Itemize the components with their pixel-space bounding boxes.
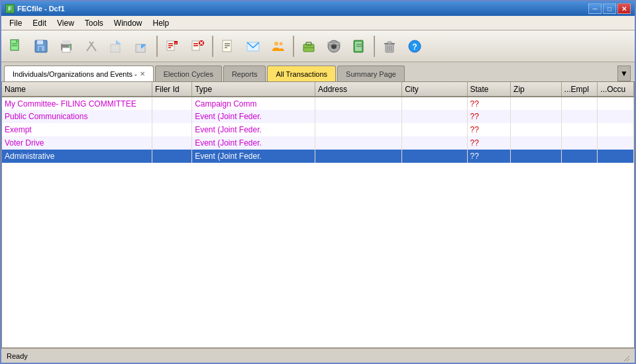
col-header-type: Type	[192, 82, 315, 97]
cell-occu	[598, 136, 634, 150]
cell-zip	[511, 136, 562, 150]
col-header-occu: ...Occu	[598, 82, 634, 97]
menu-edit[interactable]: Edit	[27, 17, 52, 29]
export-button[interactable]	[105, 34, 129, 59]
book-button[interactable]	[347, 34, 371, 59]
col-header-empl: ...Empl	[561, 82, 598, 97]
cell-filerid	[152, 110, 192, 123]
content-area: Individuals/Organizations and Events - ✕…	[1, 62, 635, 348]
tab-dropdown[interactable]: ▼	[617, 66, 632, 81]
cell-empl	[561, 97, 598, 110]
svg-rect-7	[39, 47, 42, 51]
help-button[interactable]: ?	[403, 34, 427, 59]
close-button[interactable]: ✕	[617, 3, 631, 14]
toolbar-sep-1	[156, 36, 158, 57]
menu-tools[interactable]: Tools	[80, 17, 109, 29]
import-button[interactable]	[130, 34, 154, 59]
cell-city	[402, 110, 467, 123]
tab-individuals[interactable]: Individuals/Organizations and Events - ✕	[4, 66, 154, 81]
tab-summary-label: Summary Page	[346, 70, 396, 78]
svg-line-57	[624, 356, 629, 361]
title-bar: F FECfile - Dcf1 ─ □ ✕	[1, 1, 635, 16]
cell-state: ??	[467, 123, 511, 136]
tab-election-label: Election Cycles	[164, 70, 213, 78]
cell-state: ??	[467, 136, 511, 150]
svg-rect-5	[37, 40, 43, 44]
col-header-city: City	[402, 82, 467, 97]
cell-type: Event (Joint Feder.	[192, 123, 315, 136]
new-button[interactable]	[4, 34, 28, 59]
svg-rect-10	[62, 48, 70, 52]
tab-bar: Individuals/Organizations and Events - ✕…	[1, 62, 635, 82]
tab-summary[interactable]: Summary Page	[337, 66, 405, 81]
col-header-address: Address	[315, 82, 401, 97]
cell-city	[402, 150, 467, 163]
svg-marker-15	[117, 40, 121, 44]
table-row[interactable]: ExemptEvent (Joint Feder.??	[2, 123, 634, 136]
table-row[interactable]: Voter DriveEvent (Joint Feder.??	[2, 136, 634, 150]
tab-individuals-label: Individuals/Organizations and Events -	[13, 70, 137, 78]
cell-zip	[511, 110, 562, 123]
menu-help[interactable]: Help	[148, 17, 175, 29]
cell-address	[315, 136, 401, 150]
cell-type: Event (Joint Feder.	[192, 150, 315, 163]
minimize-button[interactable]: ─	[588, 3, 602, 14]
cell-name: Public Communications	[2, 110, 152, 123]
svg-rect-40	[306, 42, 311, 45]
tab-election[interactable]: Election Cycles	[155, 66, 222, 81]
cell-city	[402, 123, 467, 136]
svg-rect-51	[388, 42, 392, 44]
cell-filerid	[152, 136, 192, 150]
svg-rect-14	[111, 44, 120, 52]
cell-zip	[511, 150, 562, 163]
table-row[interactable]: My Committee- FILING COMMITTEECampaign C…	[2, 97, 634, 110]
table-row[interactable]: AdministrativeEvent (Joint Feder.??	[2, 150, 634, 163]
cell-occu	[598, 97, 634, 110]
maximize-button[interactable]: □	[603, 3, 616, 14]
svg-point-11	[69, 45, 71, 47]
edit-doc-button[interactable]	[160, 34, 184, 59]
tab-transactions[interactable]: All Transactions	[267, 66, 336, 81]
delete-button[interactable]	[186, 34, 209, 59]
menu-bar: File Edit View Tools Window Help	[1, 16, 635, 30]
persons-button[interactable]	[266, 34, 290, 59]
tab-reports-label: Reports	[232, 70, 258, 78]
cell-occu	[598, 150, 634, 163]
cell-filerid	[152, 123, 192, 136]
data-table: Name Filer Id Type Address City State Zi…	[2, 82, 634, 163]
tab-individuals-close[interactable]: ✕	[140, 70, 145, 77]
cell-empl	[561, 150, 598, 163]
cut-button[interactable]	[80, 34, 103, 59]
cell-name: Administrative	[2, 150, 152, 163]
menu-file[interactable]: File	[4, 17, 27, 29]
col-header-name: Name	[2, 82, 152, 97]
tab-transactions-label: All Transactions	[276, 70, 327, 78]
menu-window[interactable]: Window	[109, 17, 148, 29]
report-doc-button[interactable]	[216, 34, 240, 59]
cell-occu	[598, 110, 634, 123]
tab-reports[interactable]: Reports	[223, 66, 266, 81]
resize-grip[interactable]	[619, 351, 629, 361]
cell-state: ??	[467, 110, 511, 123]
cell-name: My Committee- FILING COMMITTEE	[2, 97, 152, 110]
cell-occu	[598, 123, 634, 136]
table-row[interactable]: Public CommunicationsEvent (Joint Feder.…	[2, 110, 634, 123]
cell-empl	[561, 123, 598, 136]
save-button[interactable]	[29, 34, 53, 59]
cell-type: Event (Joint Feder.	[192, 136, 315, 150]
trash-button[interactable]	[378, 34, 401, 59]
cell-address	[315, 123, 401, 136]
col-header-zip: Zip	[511, 82, 562, 97]
mail-button[interactable]	[241, 34, 265, 59]
toolbar-sep-3	[293, 36, 294, 57]
col-header-state: State	[467, 82, 511, 97]
disk-button[interactable]	[322, 34, 346, 59]
print-button[interactable]	[54, 34, 78, 59]
briefcase-button[interactable]	[297, 34, 321, 59]
app-window: F FECfile - Dcf1 ─ □ ✕ File Edit View To…	[0, 0, 636, 364]
cell-type: Campaign Comm	[192, 97, 315, 110]
tab-content: Name Filer Id Type Address City State Zi…	[1, 82, 635, 348]
toolbar-sep-2	[212, 36, 213, 57]
cell-city	[402, 136, 467, 150]
menu-view[interactable]: View	[52, 17, 80, 29]
